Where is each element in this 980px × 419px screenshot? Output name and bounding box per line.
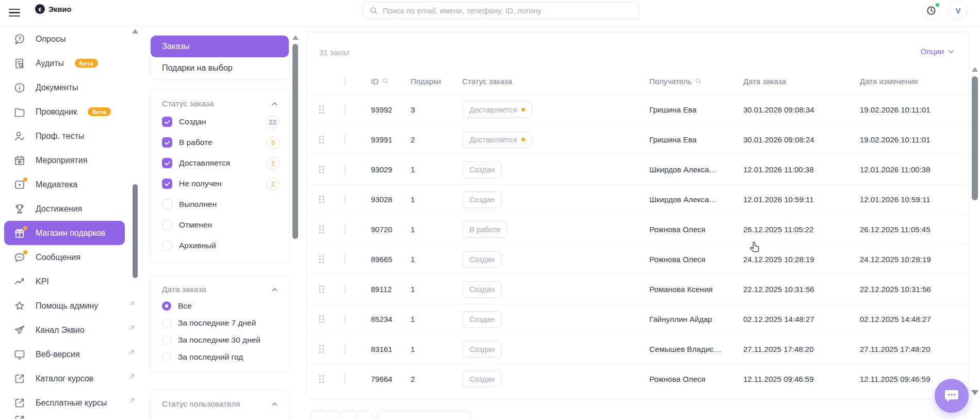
table-row[interactable]: 93029 1 Создан Шкирдов Алекса… 12.01.202… <box>307 154 968 184</box>
panel-tab-orders[interactable]: Заказы <box>151 36 289 57</box>
filter-checkbox-option[interactable]: Не получен 2 <box>151 173 289 194</box>
drag-handle-icon[interactable] <box>307 225 336 234</box>
support-chat-button[interactable] <box>935 379 969 413</box>
table-row[interactable]: 93028 1 Создан Шкирдов Алекса… 12.01.202… <box>307 184 968 214</box>
filters-scroll-up-arrow[interactable] <box>292 35 299 40</box>
table-row[interactable]: 83161 1 Создан Семышев Владис… 27.11.202… <box>307 334 968 364</box>
column-header-order-date[interactable]: Дата заказа <box>732 77 849 86</box>
sidebar-item-помощь-админу[interactable]: Помощь админу <box>4 294 125 318</box>
filter-checkbox-option[interactable]: Выполнен <box>151 194 289 215</box>
row-checkbox[interactable] <box>345 105 346 115</box>
drag-handle-icon[interactable] <box>307 105 336 114</box>
chevron-up-icon[interactable] <box>271 286 279 294</box>
checkbox[interactable] <box>162 137 172 148</box>
table-row[interactable]: 79664 2 Создан Рожнова Олеся 12.11.2025 … <box>307 364 968 394</box>
pagination-controls[interactable] <box>311 411 373 419</box>
filter-checkbox-option[interactable]: В работе 5 <box>151 132 289 153</box>
table-row[interactable]: 90720 1 В работе Рожнова Олеся 26.12.202… <box>307 214 968 244</box>
global-search[interactable] <box>363 2 640 20</box>
sidebar-item-бесплатные-курсы[interactable]: Бесплатные курсы <box>4 391 125 415</box>
row-checkbox[interactable] <box>345 314 346 324</box>
row-checkbox[interactable] <box>345 135 346 144</box>
table-row[interactable]: 89112 1 Создан Романова Ксения 22.12.202… <box>307 274 968 304</box>
drag-handle-icon[interactable] <box>307 135 336 144</box>
sidebar-item-магазин-подарков[interactable]: Магазин подарков <box>4 221 125 245</box>
drag-handle-icon[interactable] <box>307 345 336 353</box>
sidebar-item-проф-тесты[interactable]: Проф. тесты <box>4 124 125 148</box>
sidebar-scrollbar-thumb[interactable] <box>133 184 138 278</box>
row-checkbox[interactable] <box>345 284 346 294</box>
panel-tab-gifts[interactable]: Подарки на выбор <box>151 57 289 79</box>
drag-handle-icon[interactable] <box>307 315 336 324</box>
select-all-checkbox[interactable] <box>345 76 346 86</box>
radio-button[interactable] <box>162 335 171 345</box>
table-row[interactable]: 89665 1 Создан Рожнова Олеся 24.12.2025 … <box>307 244 968 274</box>
filter-checkbox-option[interactable]: Архивный <box>151 235 289 256</box>
hamburger-menu-icon[interactable] <box>9 7 20 19</box>
row-checkbox[interactable] <box>345 374 346 384</box>
drag-handle-icon[interactable] <box>307 195 336 204</box>
drag-handle-icon[interactable] <box>307 285 336 294</box>
sidebar-item-аудиты[interactable]: Аудиты Бета <box>4 51 125 75</box>
checkbox[interactable] <box>162 117 172 127</box>
avatar[interactable]: V <box>949 1 968 20</box>
filter-radio-option[interactable]: Все <box>151 297 289 314</box>
checkbox[interactable] <box>162 158 172 168</box>
sidebar-item-веб-версия[interactable]: Веб-версия <box>4 342 125 366</box>
history-button[interactable] <box>922 1 941 20</box>
column-header-gifts[interactable]: Подарки <box>400 77 451 86</box>
table-row[interactable]: 85234 1 Создан Гайнуллин Айдар 02.12.202… <box>307 304 968 334</box>
table-row[interactable]: 93991 2 Доставляется Гришина Ева 30.01.2… <box>307 124 968 154</box>
filter-checkbox-option[interactable]: Доставляется 2 <box>151 153 289 173</box>
options-dropdown[interactable]: Опции <box>921 47 955 56</box>
drag-handle-icon[interactable] <box>307 375 336 383</box>
row-checkbox[interactable] <box>345 254 346 264</box>
app-logo[interactable]: ϵ Эквио <box>35 4 71 14</box>
sidebar-item-опросы[interactable]: ? Опросы <box>4 27 125 51</box>
sidebar-item-мероприятия[interactable]: Мероприятия <box>4 148 125 172</box>
search-input[interactable] <box>383 6 633 15</box>
checkbox[interactable] <box>162 179 172 189</box>
filter-radio-option[interactable]: За последний год <box>151 348 289 365</box>
table-scroll-down-arrow[interactable] <box>971 390 978 395</box>
column-header-status[interactable]: Статус заказа <box>451 77 639 86</box>
column-header-receiver[interactable]: Получатель <box>649 77 692 86</box>
chevron-up-icon[interactable] <box>271 100 279 108</box>
page-size-selector[interactable] <box>378 411 471 419</box>
column-search-icon[interactable] <box>695 77 702 85</box>
sidebar-scroll-up-arrow[interactable] <box>132 29 138 34</box>
filter-checkbox-option[interactable]: Отменен <box>151 215 289 235</box>
sidebar-item-медиатека[interactable]: Медиатека <box>4 172 125 197</box>
sidebar-item-hidden[interactable] <box>4 415 125 419</box>
chevron-up-icon[interactable] <box>271 400 279 408</box>
sidebar-item-документы[interactable]: Документы <box>4 75 125 100</box>
filters-scrollbar-thumb[interactable] <box>292 44 298 239</box>
radio-button[interactable] <box>162 301 171 311</box>
checkbox[interactable] <box>162 199 172 210</box>
table-scrollbar-thumb[interactable] <box>972 76 978 200</box>
checkbox[interactable] <box>162 240 172 251</box>
sidebar-item-проводник[interactable]: Проводник Бета <box>4 100 125 124</box>
filter-radio-option[interactable]: За последние 7 дней <box>151 314 289 331</box>
row-checkbox[interactable] <box>345 165 346 174</box>
row-checkbox[interactable] <box>345 224 346 234</box>
row-checkbox[interactable] <box>345 344 346 354</box>
filter-radio-option[interactable]: За последние 30 дней <box>151 331 289 348</box>
radio-button[interactable] <box>162 318 171 328</box>
drag-handle-icon[interactable] <box>307 255 336 264</box>
sidebar-item-сообщения[interactable]: Сообщения <box>4 245 125 269</box>
drag-handle-icon[interactable] <box>307 165 336 174</box>
checkbox[interactable] <box>162 220 172 230</box>
column-search-icon[interactable] <box>382 77 389 85</box>
column-header-id[interactable]: ID <box>371 77 379 86</box>
table-row[interactable]: 93992 3 Доставляется Гришина Ева 30.01.2… <box>307 94 968 124</box>
radio-button[interactable] <box>162 352 171 362</box>
sidebar-item-каталог-курсов[interactable]: Каталог курсов <box>4 366 125 391</box>
row-checkbox[interactable] <box>345 195 346 204</box>
sidebar-item-kpi[interactable]: KPI <box>4 269 125 294</box>
table-scroll-up-arrow[interactable] <box>972 67 978 72</box>
sidebar-item-канал-эквио[interactable]: Канал Эквио <box>4 318 125 342</box>
column-header-change-date[interactable]: Дата изменения <box>849 77 968 86</box>
filter-checkbox-option[interactable]: Создан 22 <box>151 111 289 132</box>
sidebar-item-достижения[interactable]: Достижения <box>4 197 125 221</box>
